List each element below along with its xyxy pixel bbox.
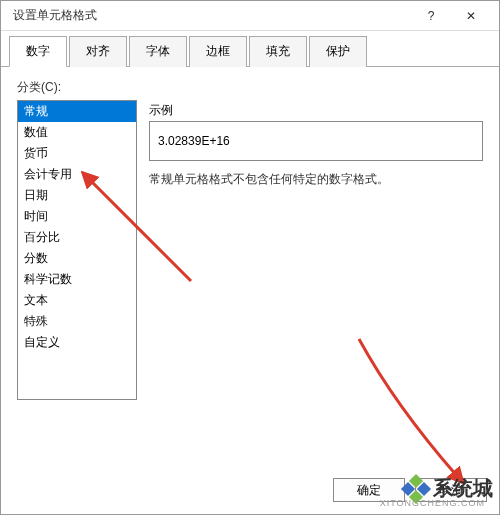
category-label: 分类(C): — [17, 79, 483, 96]
category-item[interactable]: 时间 — [18, 206, 136, 227]
tab-3[interactable]: 边框 — [189, 36, 247, 67]
category-item[interactable]: 科学记数 — [18, 269, 136, 290]
category-item[interactable]: 自定义 — [18, 332, 136, 353]
category-item[interactable]: 文本 — [18, 290, 136, 311]
format-description: 常规单元格格式不包含任何特定的数字格式。 — [149, 171, 483, 188]
tab-4[interactable]: 填充 — [249, 36, 307, 67]
category-listbox[interactable]: 常规数值货币会计专用日期时间百分比分数科学记数文本特殊自定义 — [17, 100, 137, 400]
titlebar: 设置单元格格式 ? ✕ — [1, 1, 499, 31]
window-title: 设置单元格格式 — [9, 7, 411, 24]
category-item[interactable]: 特殊 — [18, 311, 136, 332]
main-row: 常规数值货币会计专用日期时间百分比分数科学记数文本特殊自定义 示例 3.0283… — [17, 100, 483, 460]
watermark-subtext: XITONGCHENG.COM — [380, 498, 485, 508]
help-button[interactable]: ? — [411, 1, 451, 31]
close-button[interactable]: ✕ — [451, 1, 491, 31]
dialog-window: 设置单元格格式 ? ✕ 数字对齐字体边框填充保护 分类(C): 常规数值货币会计… — [0, 0, 500, 515]
category-item[interactable]: 分数 — [18, 248, 136, 269]
tab-5[interactable]: 保护 — [309, 36, 367, 67]
category-item[interactable]: 百分比 — [18, 227, 136, 248]
right-pane: 示例 3.02839E+16 常规单元格格式不包含任何特定的数字格式。 — [149, 100, 483, 460]
dialog-body: 分类(C): 常规数值货币会计专用日期时间百分比分数科学记数文本特殊自定义 示例… — [1, 67, 499, 468]
category-item[interactable]: 日期 — [18, 185, 136, 206]
tab-2[interactable]: 字体 — [129, 36, 187, 67]
category-item[interactable]: 数值 — [18, 122, 136, 143]
category-item[interactable]: 会计专用 — [18, 164, 136, 185]
sample-box: 3.02839E+16 — [149, 121, 483, 161]
sample-label: 示例 — [149, 100, 483, 119]
tab-1[interactable]: 对齐 — [69, 36, 127, 67]
category-item[interactable]: 常规 — [18, 101, 136, 122]
tab-strip: 数字对齐字体边框填充保护 — [1, 31, 499, 67]
tab-0[interactable]: 数字 — [9, 36, 67, 67]
sample-value: 3.02839E+16 — [158, 134, 230, 148]
category-item[interactable]: 货币 — [18, 143, 136, 164]
